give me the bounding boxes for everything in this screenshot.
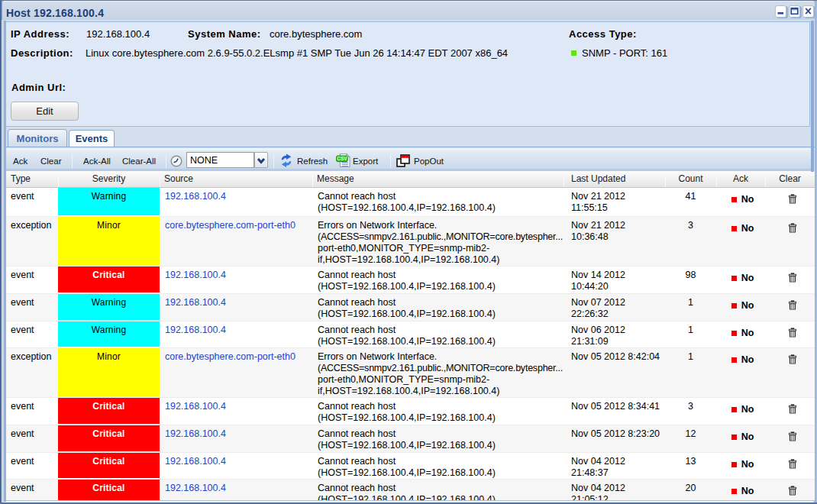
svg-text:CSV: CSV: [337, 156, 347, 161]
